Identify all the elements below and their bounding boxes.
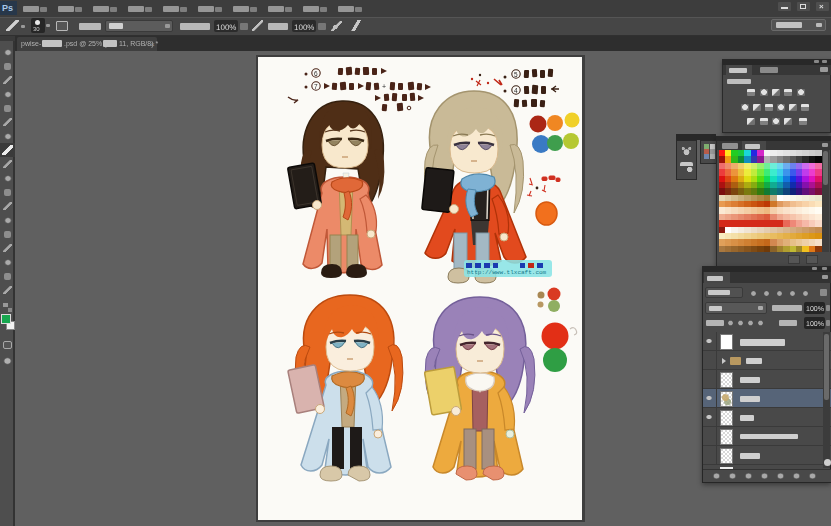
svg-text:5: 5 [514, 71, 518, 78]
svg-text:4: 4 [514, 87, 518, 94]
svg-text:+: + [382, 83, 386, 90]
svg-text:100%: 100% [806, 320, 824, 327]
svg-text:7: 7 [314, 83, 318, 90]
svg-text:100%: 100% [294, 23, 314, 32]
svg-text:100%: 100% [806, 305, 824, 312]
svg-text:http://www.tlxcaft.com: http://www.tlxcaft.com [467, 269, 547, 276]
svg-text:100%: 100% [216, 23, 236, 32]
svg-text:6: 6 [314, 70, 318, 77]
